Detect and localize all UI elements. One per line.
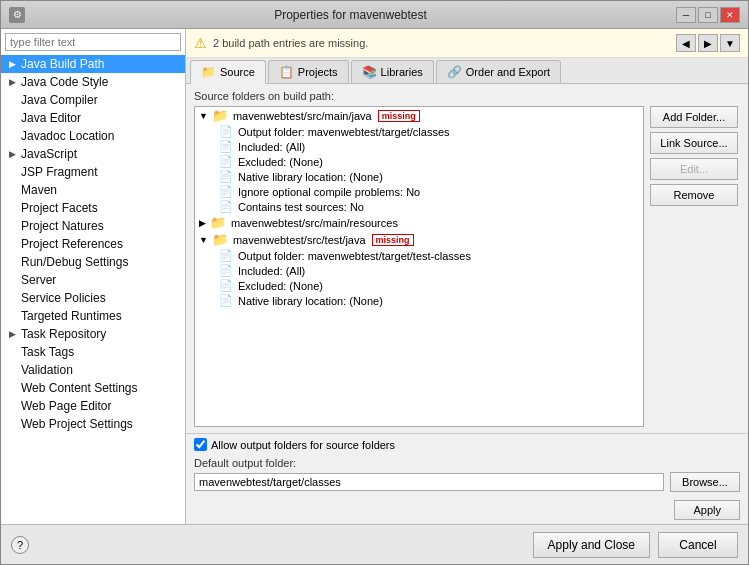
edit-button[interactable]: Edit... (650, 158, 738, 180)
build-path-tree: ▼📁mavenwebtest/src/main/javamissing📄Outp… (194, 106, 644, 427)
tab-source[interactable]: 📁Source (190, 60, 266, 84)
tab-bar: 📁Source📋Projects📚Libraries🔗Order and Exp… (186, 58, 748, 84)
tab-order-and-export[interactable]: 🔗Order and Export (436, 60, 561, 83)
missing-badge: missing (372, 234, 414, 246)
build-tree-item[interactable]: ▼📁mavenwebtest/src/test/javamissing (195, 231, 643, 248)
window-controls: ─ □ ✕ (676, 7, 740, 23)
nav-item-label: Project Facets (21, 201, 98, 215)
minimize-button[interactable]: ─ (676, 7, 696, 23)
tab-icon: 📋 (279, 65, 294, 79)
build-tree-label: mavenwebtest/src/main/java (233, 110, 372, 122)
nav-item-project-natures[interactable]: Project Natures (1, 217, 185, 235)
tab-label: Projects (298, 66, 338, 78)
tree-arrow-icon: ▶ (9, 329, 17, 339)
browse-button[interactable]: Browse... (670, 472, 740, 492)
build-tree-label: Output folder: mavenwebtest/target/test-… (238, 250, 471, 262)
nav-item-project-facets[interactable]: Project Facets (1, 199, 185, 217)
nav-prev-button[interactable]: ◀ (676, 34, 696, 52)
sub-icon: 📄 (219, 140, 233, 153)
nav-item-label: Javadoc Location (21, 129, 114, 143)
default-folder-input[interactable] (194, 473, 664, 491)
warning-text: 2 build path entries are missing. (213, 37, 368, 49)
build-tree-item[interactable]: 📄Excluded: (None) (195, 154, 643, 169)
build-tree-item[interactable]: 📄Native library location: (None) (195, 169, 643, 184)
right-panel: ⚠ 2 build path entries are missing. ◀ ▶ … (186, 29, 748, 524)
build-tree-label: Native library location: (None) (238, 295, 383, 307)
remove-button[interactable]: Remove (650, 184, 738, 206)
nav-item-javascript[interactable]: ▶JavaScript (1, 145, 185, 163)
nav-item-project-references[interactable]: Project References (1, 235, 185, 253)
window-title: Properties for mavenwebtest (25, 8, 676, 22)
add-folder-button[interactable]: Add Folder... (650, 106, 738, 128)
help-button[interactable]: ? (11, 536, 29, 554)
build-tree-item[interactable]: 📄Included: (All) (195, 263, 643, 278)
nav-item-java-editor[interactable]: Java Editor (1, 109, 185, 127)
apply-button[interactable]: Apply (674, 500, 740, 520)
nav-item-web-page-editor[interactable]: Web Page Editor (1, 397, 185, 415)
main-content: ▶Java Build Path▶Java Code StyleJava Com… (1, 29, 748, 524)
build-tree-item[interactable]: 📄Output folder: mavenwebtest/target/test… (195, 248, 643, 263)
sub-icon: 📄 (219, 264, 233, 277)
build-tree-item[interactable]: 📄Included: (All) (195, 139, 643, 154)
nav-item-java-build-path[interactable]: ▶Java Build Path (1, 55, 185, 73)
close-button[interactable]: ✕ (720, 7, 740, 23)
action-buttons: Add Folder... Link Source... Edit... Rem… (650, 106, 740, 427)
build-tree-item[interactable]: 📄Ignore optional compile problems: No (195, 184, 643, 199)
build-tree-item[interactable]: 📄Contains test sources: No (195, 199, 643, 214)
cancel-button[interactable]: Cancel (658, 532, 738, 558)
nav-item-label: Validation (21, 363, 73, 377)
warning-left: ⚠ 2 build path entries are missing. (194, 35, 368, 51)
nav-item-targeted-runtimes[interactable]: Targeted Runtimes (1, 307, 185, 325)
build-tree-item[interactable]: ▼📁mavenwebtest/src/main/javamissing (195, 107, 643, 124)
tab-label: Source (220, 66, 255, 78)
sub-icon: 📄 (219, 200, 233, 213)
build-tree-item[interactable]: 📄Excluded: (None) (195, 278, 643, 293)
nav-item-label: Project Natures (21, 219, 104, 233)
allow-output-checkbox[interactable] (194, 438, 207, 451)
filter-input[interactable] (5, 33, 181, 51)
allow-output-row: Allow output folders for source folders (194, 438, 740, 451)
nav-item-label: Task Repository (21, 327, 106, 341)
nav-item-jsp-fragment[interactable]: JSP Fragment (1, 163, 185, 181)
build-tree-item[interactable]: ▶📁mavenwebtest/src/main/resources (195, 214, 643, 231)
build-tree-item[interactable]: 📄Native library location: (None) (195, 293, 643, 308)
sub-icon: 📄 (219, 185, 233, 198)
nav-item-web-content-settings[interactable]: Web Content Settings (1, 379, 185, 397)
tab-label: Order and Export (466, 66, 550, 78)
link-source-button[interactable]: Link Source... (650, 132, 738, 154)
bottom-section: Allow output folders for source folders … (186, 433, 748, 496)
nav-item-java-compiler[interactable]: Java Compiler (1, 91, 185, 109)
tab-icon: 🔗 (447, 65, 462, 79)
nav-item-service-policies[interactable]: Service Policies (1, 289, 185, 307)
nav-item-server[interactable]: Server (1, 271, 185, 289)
warning-bar: ⚠ 2 build path entries are missing. ◀ ▶ … (186, 29, 748, 58)
build-tree-label: Ignore optional compile problems: No (238, 186, 420, 198)
nav-next-button[interactable]: ▶ (698, 34, 718, 52)
nav-item-validation[interactable]: Validation (1, 361, 185, 379)
tab-projects[interactable]: 📋Projects (268, 60, 349, 83)
tab-icon: 📁 (201, 65, 216, 79)
nav-item-label: Targeted Runtimes (21, 309, 122, 323)
default-folder-row: Browse... (194, 472, 740, 492)
default-folder-label: Default output folder: (194, 457, 740, 469)
nav-item-maven[interactable]: Maven (1, 181, 185, 199)
folder-icon: 📁 (212, 232, 228, 247)
apply-close-button[interactable]: Apply and Close (533, 532, 650, 558)
maximize-button[interactable]: □ (698, 7, 718, 23)
nav-dropdown-button[interactable]: ▼ (720, 34, 740, 52)
nav-item-web-project-settings[interactable]: Web Project Settings (1, 415, 185, 433)
nav-item-java-code-style[interactable]: ▶Java Code Style (1, 73, 185, 91)
folder-icon: 📁 (210, 215, 226, 230)
tab-libraries[interactable]: 📚Libraries (351, 60, 434, 83)
expand-icon: ▼ (199, 111, 208, 121)
nav-item-label: JavaScript (21, 147, 77, 161)
nav-item-javadoc-location[interactable]: Javadoc Location (1, 127, 185, 145)
left-panel: ▶Java Build Path▶Java Code StyleJava Com… (1, 29, 186, 524)
nav-item-task-tags[interactable]: Task Tags (1, 343, 185, 361)
app-icon: ⚙ (9, 7, 25, 23)
build-tree-label: Contains test sources: No (238, 201, 364, 213)
build-tree-item[interactable]: 📄Output folder: mavenwebtest/target/clas… (195, 124, 643, 139)
nav-item-task-repository[interactable]: ▶Task Repository (1, 325, 185, 343)
nav-item-run/debug-settings[interactable]: Run/Debug Settings (1, 253, 185, 271)
missing-badge: missing (378, 110, 420, 122)
